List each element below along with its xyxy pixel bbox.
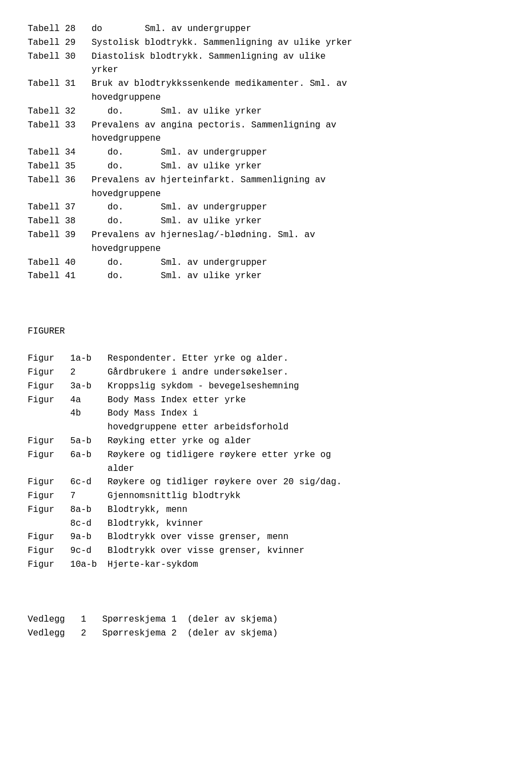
main-text: Tabell 28 do Sml. av undergrupper Tabell… xyxy=(28,22,504,640)
document-content: Tabell 28 do Sml. av undergrupper Tabell… xyxy=(28,22,504,640)
